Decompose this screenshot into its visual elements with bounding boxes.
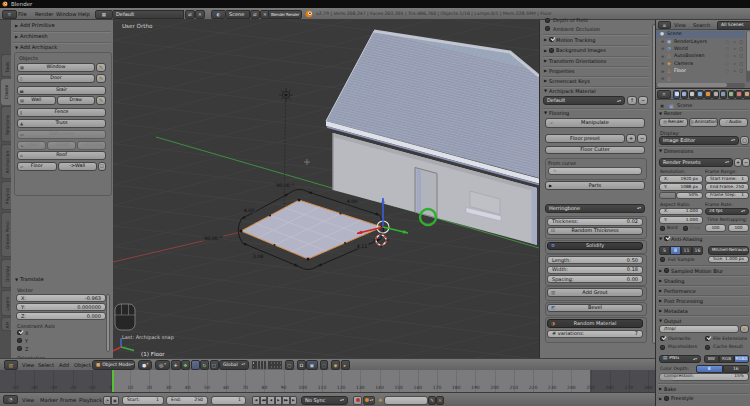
compression-slider[interactable]: Compression:15% bbox=[659, 373, 749, 381]
restrict-render-icon[interactable]: ▢ bbox=[739, 68, 743, 73]
panel-background-images[interactable]: ▶Background Images bbox=[544, 47, 606, 53]
outliner-filter-selector[interactable]: All Scenes bbox=[717, 21, 750, 31]
aa-size-field[interactable]: Size:1.000 px bbox=[708, 256, 749, 264]
flooring-thickness-slider[interactable]: Thickness:0.02 bbox=[547, 218, 643, 226]
transform-orientation-selector[interactable]: Global▴▾ bbox=[219, 360, 249, 370]
restrict-render-icon[interactable]: ▢ bbox=[739, 53, 743, 58]
panel-freestyle[interactable]: ▶Freestyle bbox=[659, 395, 694, 401]
render-render-button[interactable]: ▤Render bbox=[659, 118, 688, 128]
flooring-add-grout-toggle[interactable]: ▥Add Grout bbox=[547, 288, 643, 297]
outliner-item-renderlayers[interactable]: ⊕▣RenderLayers◌▹▢ bbox=[656, 38, 745, 45]
channels-rgb-button[interactable]: RGB bbox=[719, 355, 734, 364]
toolshelf-tab-create[interactable]: Create bbox=[1, 79, 11, 105]
archipack-add-door-button[interactable]: ▯Door bbox=[17, 74, 95, 83]
outliner-item-scene[interactable]: ●Scene bbox=[656, 31, 745, 38]
tab-modifiers[interactable] bbox=[720, 90, 727, 99]
panel-anti-aliasing[interactable]: ▼Anti-Aliasing bbox=[659, 236, 702, 242]
resolution-x-field[interactable]: X:1920 px bbox=[659, 175, 703, 183]
material-up-button[interactable]: ↑ bbox=[627, 96, 637, 105]
menu-file[interactable]: File bbox=[18, 9, 32, 19]
archipack-add-wall-button[interactable]: ->Wall bbox=[58, 162, 98, 171]
outliner-item[interactable]: ⊕△ bbox=[656, 75, 745, 82]
tab-material[interactable] bbox=[735, 90, 742, 99]
proportional-edit-toggle[interactable]: ◌ bbox=[320, 360, 328, 370]
channels-bw-button[interactable]: BW bbox=[704, 355, 719, 364]
archipack-add-truss-button[interactable]: ▲Truss bbox=[17, 119, 106, 128]
archipack-add-window-button[interactable]: ▦Window bbox=[17, 63, 95, 72]
frame-rate-selector[interactable]: 24 fps▴▾ bbox=[705, 208, 749, 216]
viewport-editor-type-button[interactable]: ▧ bbox=[4, 360, 18, 370]
flooring-parts-expander[interactable]: ▶Parts bbox=[545, 181, 645, 190]
aspect-x-field[interactable]: X:1.000 bbox=[659, 208, 703, 216]
constraint-z-checkbox[interactable] bbox=[17, 346, 22, 351]
panel-dimensions[interactable]: ▼Dimensions bbox=[659, 148, 693, 154]
toolshelf-tab-physics[interactable]: Physics bbox=[1, 181, 11, 210]
output-cache-result-checkbox[interactable] bbox=[705, 345, 710, 350]
aa-samples-16-button[interactable]: 16 bbox=[692, 246, 703, 255]
resolution-y-field[interactable]: Y:1088 px bbox=[659, 183, 703, 191]
menu-render[interactable]: Render bbox=[35, 9, 52, 19]
cycle-scene-button[interactable]: ⇄ bbox=[250, 10, 260, 19]
flooring-manipulate-button[interactable]: ☞Manipulate bbox=[545, 118, 645, 128]
next-keyframe-button[interactable]: ▶▶ bbox=[282, 396, 290, 405]
panel-sampled-motion-blur[interactable]: ▶Sampled Motion Blur bbox=[659, 268, 723, 274]
remap-old-field[interactable]: 100 bbox=[705, 224, 726, 232]
properties-editor-type-button[interactable]: ≡ bbox=[657, 90, 671, 99]
tab-data[interactable] bbox=[728, 90, 735, 99]
timeline-menu-view[interactable]: View bbox=[22, 395, 34, 406]
panel-checkbox[interactable] bbox=[549, 48, 554, 53]
panel-motion-tracking[interactable]: ▶Motion Tracking bbox=[544, 37, 595, 43]
output-placeholders-checkbox[interactable] bbox=[660, 345, 665, 350]
restrict-select-icon[interactable]: ▹ bbox=[734, 53, 736, 58]
restrict-view-icon[interactable]: ◌ bbox=[726, 53, 730, 58]
tab-object[interactable] bbox=[704, 90, 711, 99]
flooring-random-thickness-button[interactable]: ⚄Random Thickness bbox=[547, 227, 643, 235]
toolshelf-tab-layers[interactable]: Layers bbox=[1, 290, 11, 316]
mode-selector[interactable]: ■Object Mode▴▾ bbox=[92, 360, 135, 370]
manipulator-toggle[interactable]: ✚ bbox=[171, 360, 181, 370]
preset-remove-button[interactable]: − bbox=[742, 158, 750, 167]
toolshelf-scrollbar[interactable] bbox=[106, 294, 110, 352]
flooring-pattern-selector[interactable]: Herringbone▴▾ bbox=[545, 204, 645, 213]
keying-set-field[interactable] bbox=[384, 396, 428, 405]
outliner-item-floor[interactable]: ⊕△Floor◌▹▢ bbox=[656, 68, 745, 75]
remap-new-field[interactable]: 100 bbox=[728, 224, 749, 232]
toolshelf-tab-am[interactable]: AM bbox=[1, 317, 11, 330]
info-editor-type-button[interactable]: ≡ bbox=[2, 10, 17, 19]
toolshelf-tab-grease-penci[interactable]: Grease Penci bbox=[1, 212, 11, 257]
preset-add-button[interactable]: + bbox=[626, 134, 636, 143]
screen-layout-selector[interactable]: Default bbox=[113, 10, 184, 19]
restrict-select-icon[interactable]: ▹ bbox=[734, 61, 736, 66]
tab-render-layers[interactable] bbox=[681, 90, 688, 99]
menu-help[interactable]: Help bbox=[78, 9, 91, 19]
archipack-add-roof-button[interactable]: ⌂Roof bbox=[17, 151, 106, 160]
outliner-editor-type-button[interactable]: ≣ bbox=[658, 21, 671, 29]
full-sample-checkbox[interactable] bbox=[660, 257, 665, 262]
snap-element-selector[interactable]: ▣ bbox=[306, 360, 318, 370]
panel-transform-orientations[interactable]: ▶Transform Orientations bbox=[544, 58, 606, 64]
panel-post-processing[interactable]: ▶Post Processing bbox=[659, 298, 703, 304]
preview-range-toggle[interactable]: ◔ bbox=[103, 396, 111, 405]
flooring-bevel-toggle[interactable]: ◩Bevel bbox=[547, 304, 643, 313]
current-frame-indicator[interactable] bbox=[112, 370, 114, 392]
archipack-add-wall-button[interactable]: ▤Wall bbox=[17, 96, 56, 105]
layer-toggle[interactable] bbox=[264, 365, 267, 369]
material-remove-button[interactable]: − bbox=[638, 96, 648, 105]
expand-dot-icon[interactable]: ⊕ bbox=[661, 69, 664, 74]
timeline-menu-marker[interactable]: Marker bbox=[40, 395, 57, 406]
autokey-record-button[interactable] bbox=[353, 396, 362, 405]
translate-manipulator-toggle[interactable]: ➕ bbox=[191, 360, 200, 370]
border-checkbox[interactable] bbox=[660, 226, 665, 231]
panel-checkbox[interactable] bbox=[549, 37, 554, 42]
screen-layout-icon-button[interactable]: ▦ bbox=[95, 10, 113, 19]
constraint-y-checkbox[interactable] bbox=[17, 338, 22, 343]
outliner-hscrollbar[interactable] bbox=[657, 83, 727, 87]
restrict-view-icon[interactable]: ◌ bbox=[726, 61, 730, 66]
timeline[interactable]: -50-40-30-20-100102030405060708090100110… bbox=[0, 370, 655, 392]
flooring-random-material-toggle[interactable]: ◑Random Material bbox=[547, 319, 643, 328]
tab-world[interactable] bbox=[696, 90, 703, 99]
prev-keyframe-button[interactable]: ◀◀ bbox=[260, 396, 268, 405]
panel-bake[interactable]: ▶Bake bbox=[659, 386, 676, 392]
viewport-3d[interactable]: 90.00 °4.004.003.044.1190.00 °User Ortho… bbox=[113, 20, 539, 358]
frame-lock-toggle[interactable]: ▣ bbox=[111, 396, 119, 405]
